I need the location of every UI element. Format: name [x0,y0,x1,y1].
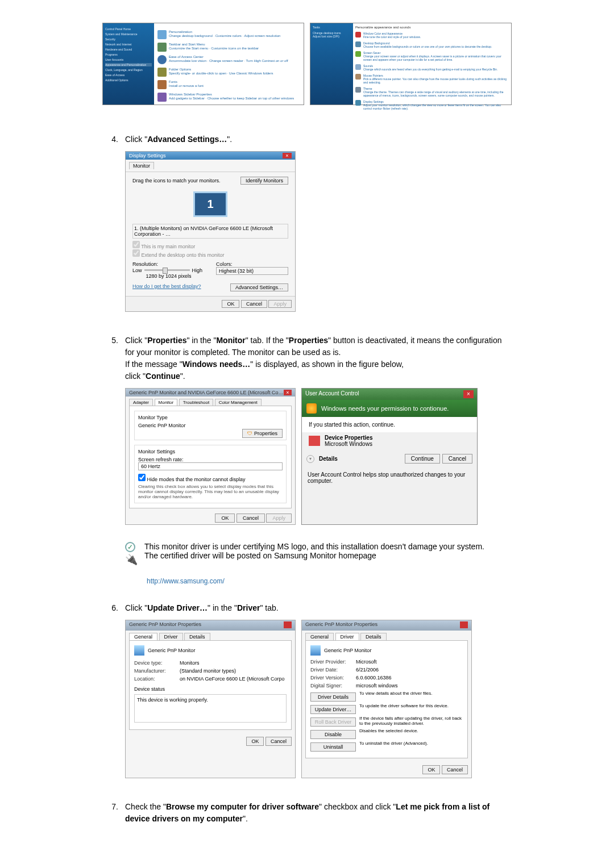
ok-button: OK [222,300,239,308]
tab-details: Details [360,633,387,640]
checkmark-icon: ✓ [125,542,135,552]
driver-details-button: Driver Details [310,692,356,702]
advanced-settings-button: Advanced Settings… [230,283,288,291]
step-4: 4. Click "Advanced Settings…". [102,133,512,145]
cancel-button: Cancel [265,737,292,746]
uninstall-button: Uninstall [310,742,356,752]
update-driver-button: Update Driver… [310,705,356,714]
control-panel-left: Control Panel Home System and Maintenanc… [102,23,304,105]
main-monitor-checkbox [132,241,140,248]
window-buttons [283,621,292,629]
step-6: 6. Click "Update Driver…" in the "Driver… [102,602,512,614]
step-number: 4. [102,133,125,145]
close-icon: × [283,153,292,158]
apply-button: Apply [266,514,292,523]
tab-general: General [305,633,334,640]
help-link: How do I get the best display? [132,283,201,291]
extend-desktop-checkbox [132,249,140,257]
monitor-icon: 1 [193,191,227,217]
monitor-properties-dialog: Generic PnP Monitor and NVIDIA GeForce 6… [125,388,296,525]
close-icon: × [284,390,292,395]
shield-icon [306,403,317,414]
cancel-button: Cancel [442,765,468,774]
pnp-driver-dialog: Generic PnP Monitor Properties General D… [301,620,472,778]
tab-general: General [129,633,157,640]
uac-dialog: User Account Control × Windows needs you… [301,388,478,525]
tab-monitor: Monitor [129,162,154,169]
tab-driver: Driver [335,633,359,640]
display-settings-dialog: Display Settings × Monitor Drag the icon… [125,151,296,312]
app-icon [309,436,320,446]
resolution-slider [144,269,190,271]
identify-monitors-button: Identify Monitors [240,177,288,185]
ok-button: OK [422,765,440,774]
hide-modes-checkbox [138,474,146,481]
monitor-icon [310,645,321,656]
cancel-button: Cancel [442,454,472,464]
continue-button: Continue [405,454,440,464]
tab-details: Details [184,633,210,640]
cancel-button: Cancel [237,514,265,523]
step-number: 7. [102,801,125,825]
disable-button: Disable [310,730,356,739]
samsung-link: http://www.samsung.com/ [147,577,512,585]
tab-monitor: Monitor [155,399,178,406]
pnp-general-dialog: Generic PnP Monitor Properties General D… [125,620,296,778]
chevron-down-icon: ▾ [306,455,314,463]
certification-note: ✓ 🔌 This monitor driver is under certify… [125,542,512,566]
ok-button: OK [215,514,235,523]
cancel-button: Cancel [241,300,267,308]
dialog-titlebar: Display Settings × [126,152,295,160]
properties-button: 🛡 Properties [242,429,283,438]
step-number: 6. [102,602,125,614]
step-5: 5. Click "Properties" in the "Monitor" t… [102,335,512,382]
control-panel-right: Tasks Change desktop icons Adjust font s… [310,23,512,105]
tab-driver: Driver [159,633,183,640]
ok-button: OK [246,737,264,746]
plug-icon: 🔌 [125,553,139,566]
control-panel-screenshots: Control Panel Home System and Maintenanc… [102,23,512,105]
step-7: 7. Check the "Browse my computer for dri… [102,801,512,825]
monitor-icon [134,645,144,656]
close-icon: × [463,390,474,398]
step-number: 5. [102,335,125,382]
apply-button: Apply [268,300,292,308]
rollback-button: Roll Back Driver [310,717,356,727]
window-buttons [459,621,468,629]
